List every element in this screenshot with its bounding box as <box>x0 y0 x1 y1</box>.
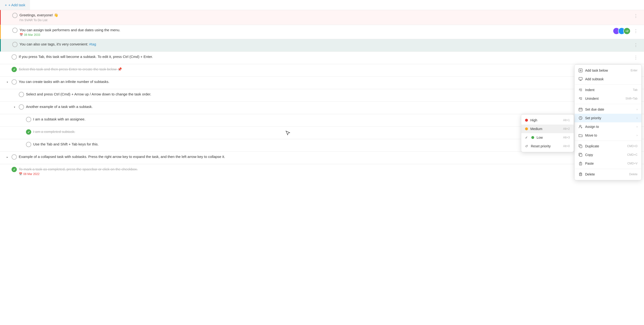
task-text: To mark a task as completed, press the s… <box>19 166 632 172</box>
task-content: You can assign task performers and due d… <box>20 28 613 36</box>
task-checkbox[interactable] <box>12 167 17 172</box>
context-menu-item-paste[interactable]: Paste CMD+V <box>574 159 641 168</box>
task-right: ⋮ <box>632 54 639 61</box>
context-menu-divider <box>574 104 641 104</box>
task-checkbox[interactable] <box>26 117 31 122</box>
task-date: 📅 08 Mar 2022 <box>19 172 632 176</box>
context-menu-item-label: Add subtask <box>585 77 638 81</box>
task-checkbox[interactable] <box>26 129 31 134</box>
task-checkbox[interactable] <box>19 92 24 97</box>
task-checkbox[interactable] <box>12 42 18 47</box>
task-left: ▾ You can create tasks with an infinite … <box>5 79 632 84</box>
context-menu-item-copy[interactable]: Copy CMD+C <box>574 150 641 159</box>
calendar-icon: 📅 <box>20 33 23 36</box>
reset-icon: ↺ <box>525 144 528 148</box>
expand-button[interactable]: ▾ <box>12 104 17 110</box>
context-menu-item-set-due-date[interactable]: Set due date › <box>574 105 641 114</box>
task-content: Select and press Ctrl (Cmd) + Arrow up /… <box>26 92 632 97</box>
arrow-icon: › <box>636 116 638 120</box>
task-checkbox[interactable] <box>12 79 17 84</box>
svg-rect-27 <box>579 173 582 176</box>
task-checkbox[interactable] <box>12 154 17 160</box>
duplicate-icon <box>578 144 583 148</box>
priority-shortcut: Alt+1 <box>563 118 570 122</box>
svg-point-19 <box>580 125 581 127</box>
arrow-icon: › <box>636 108 638 111</box>
task-text: You can also use tags, it's very conveni… <box>20 42 632 47</box>
priority-item-reset[interactable]: ↺ Reset priority Alt+0 <box>521 142 574 150</box>
task-right: +2 ⋮ <box>613 28 639 34</box>
context-menu-item-add-subtask[interactable]: Add subtask <box>574 75 641 84</box>
context-menu-item-label: Assign to <box>585 125 634 128</box>
priority-item-low[interactable]: ✓ Low Alt+3 <box>521 133 574 142</box>
context-menu-shortcut: Tab <box>633 88 638 92</box>
context-menu-shortcut: Enter <box>630 69 638 72</box>
priority-shortcut: Alt+3 <box>563 136 570 139</box>
add-task-label: + Add task <box>8 3 25 7</box>
priority-item-medium[interactable]: Medium Alt+2 <box>521 124 574 133</box>
context-menu-item-duplicate[interactable]: Duplicate CMD+D <box>574 142 641 150</box>
expand-button[interactable]: ▸ <box>5 154 10 160</box>
priority-label: Reset priority <box>531 144 560 148</box>
add-task-button[interactable]: + + Add task <box>0 0 30 10</box>
task-date-text: 08 Mar 2033 <box>24 33 40 36</box>
task-content: Another example of a task with a subtask… <box>26 104 632 109</box>
calendar-icon <box>578 107 583 112</box>
task-left: ▾ Another example of a task with a subta… <box>12 104 632 110</box>
context-menu-item-delete[interactable]: Delete Delete <box>574 170 641 178</box>
priority-label: Medium <box>530 127 560 131</box>
svg-line-18 <box>580 118 581 118</box>
priority-dot-green <box>531 136 534 139</box>
context-menu-item-label: Duplicate <box>585 144 625 148</box>
context-menu-item-label: Move to <box>585 134 634 137</box>
context-menu-item-label: Add task below <box>585 68 628 72</box>
task-row: To mark a task as completed, press the s… <box>0 164 644 178</box>
task-text: Select this task and then press Enter to… <box>19 66 632 72</box>
svg-rect-24 <box>579 162 582 165</box>
copy-icon <box>578 153 583 157</box>
person-plus-icon <box>578 124 583 129</box>
context-menu-shortcut: Shift+Tab <box>626 97 638 100</box>
task-text: Another example of a task with a subtask… <box>26 104 632 109</box>
subtask-icon <box>578 77 583 81</box>
task-text: You can assign task performers and due d… <box>20 28 613 32</box>
task-list: Greetings, everyone! 👋 I'm SVAR To Do Li… <box>0 10 644 178</box>
task-text: Select and press Ctrl (Cmd) + Arrow up /… <box>26 92 632 97</box>
more-menu-button[interactable]: ⋮ <box>632 42 639 48</box>
context-menu-item-label: Paste <box>585 162 625 166</box>
task-checkbox[interactable] <box>26 142 31 147</box>
task-row: Select and press Ctrl (Cmd) + Arrow up /… <box>0 89 644 102</box>
more-menu-button[interactable]: ⋮ <box>632 28 639 34</box>
task-checkbox[interactable] <box>12 28 18 33</box>
context-menu-item-add-task-below[interactable]: Add task below Enter <box>574 66 641 75</box>
app-container: + + Add task Greetings, everyone! 👋 I'm … <box>0 0 644 325</box>
task-checkbox[interactable] <box>12 54 17 60</box>
unindent-icon <box>578 96 583 101</box>
context-menu-item-indent[interactable]: Indent Tab <box>574 86 641 94</box>
task-content: You can create tasks with an infinite nu… <box>19 79 632 84</box>
context-menu-item-unindent[interactable]: Unindent Shift+Tab <box>574 94 641 103</box>
task-checkbox[interactable] <box>19 104 24 110</box>
context-menu-shortcut: CMD+D <box>627 144 638 148</box>
context-menu: Add task below Enter Add subtask <box>574 64 642 180</box>
svg-rect-23 <box>580 154 582 156</box>
task-checkbox[interactable] <box>12 67 17 72</box>
priority-submenu: High Alt+1 Medium Alt+2 ✓ Low Alt+3 ↺ Re… <box>521 114 574 152</box>
priority-item-high[interactable]: High Alt+1 <box>521 116 574 124</box>
more-menu-button[interactable]: ⋮ <box>632 12 639 19</box>
context-menu-item-label: Copy <box>585 153 625 157</box>
svg-rect-12 <box>579 108 582 111</box>
context-menu-item-move-to[interactable]: Move to › <box>574 131 641 140</box>
task-text: Greetings, everyone! 👋 <box>20 12 632 18</box>
task-checkbox[interactable] <box>12 13 18 18</box>
calendar-icon: 📅 <box>19 172 22 176</box>
context-menu-item-assign-to[interactable]: Assign to › <box>574 122 641 131</box>
context-menu-item-set-priority[interactable]: Set priority › <box>574 114 641 122</box>
context-menu-shortcut: Delete <box>629 172 638 176</box>
task-date: 📅 08 Mar 2033 <box>20 33 613 36</box>
tag-link[interactable]: #tag <box>89 42 96 46</box>
expand-button[interactable]: ▾ <box>5 80 10 84</box>
more-menu-button[interactable]: ⋮ <box>632 54 639 61</box>
task-content: Example of a collapsed task with subtask… <box>19 154 632 159</box>
trash-icon <box>578 172 583 176</box>
